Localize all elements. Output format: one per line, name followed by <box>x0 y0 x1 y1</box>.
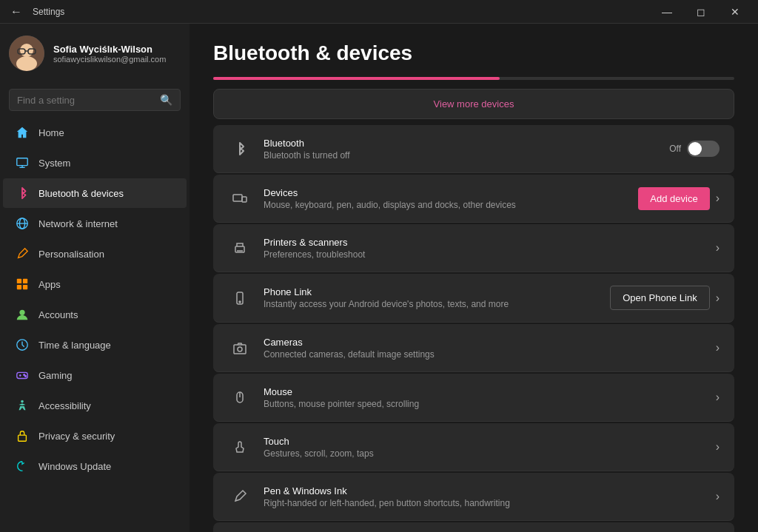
back-button[interactable]: ← <box>6 1 27 22</box>
sidebar-item-accounts[interactable]: Accounts <box>3 300 187 329</box>
settings-item-phone-link[interactable]: Phone LinkInstantly access your Android … <box>213 274 734 323</box>
touch-content: TouchGestures, scroll, zoom, taps <box>264 436 704 459</box>
settings-group-devices: DevicesMouse, keyboard, pen, audio, disp… <box>213 175 734 223</box>
sidebar-item-system[interactable]: System <box>3 148 187 178</box>
sidebar-item-label-privacy: Privacy & security <box>38 431 115 442</box>
time-nav-icon <box>15 337 30 352</box>
search-box[interactable]: 🔍 <box>9 89 181 111</box>
svg-rect-6 <box>17 158 27 166</box>
sidebar-item-privacy[interactable]: Privacy & security <box>3 421 187 451</box>
sidebar-item-label-system: System <box>38 158 70 169</box>
cameras-chevron: › <box>716 341 720 354</box>
settings-item-devices[interactable]: DevicesMouse, keyboard, pen, audio, disp… <box>213 175 734 223</box>
touch-desc: Gestures, scroll, zoom, taps <box>264 448 704 459</box>
touch-chevron: › <box>716 440 720 454</box>
app-title: Settings <box>33 7 64 17</box>
add-device-button[interactable]: Add device <box>638 187 709 210</box>
svg-rect-13 <box>23 279 27 283</box>
settings-group-autoplay: AutoPlayDefaults for removable drives an… <box>213 522 734 532</box>
sidebar-item-network[interactable]: Network & internet <box>3 209 187 238</box>
settings-group-phone-link: Phone LinkInstantly access your Android … <box>213 274 734 323</box>
devices-title: Devices <box>264 187 626 198</box>
page-title: Bluetooth & devices <box>213 41 734 65</box>
bluetooth-toggle-label: Off <box>669 144 681 154</box>
user-profile[interactable]: Sofia Wyciślık-Wilson sofiawycislikwilso… <box>0 24 190 83</box>
mouse-chevron: › <box>716 391 720 404</box>
mouse-desc: Buttons, mouse pointer speed, scrolling <box>264 399 704 409</box>
svg-rect-30 <box>234 345 246 354</box>
sidebar-item-label-network: Network & internet <box>38 218 118 229</box>
back-icon: ← <box>10 5 22 18</box>
sidebar-item-gaming[interactable]: Gaming <box>3 360 187 390</box>
printers-action: › <box>716 241 720 255</box>
privacy-nav-icon <box>15 428 30 443</box>
settings-item-printers[interactable]: Printers & scannersPreferences, troubles… <box>213 224 734 272</box>
svg-rect-25 <box>233 195 242 201</box>
bluetooth-desc: Bluetooth is turned off <box>264 150 657 161</box>
touch-title: Touch <box>264 436 704 447</box>
svg-point-2 <box>16 56 37 71</box>
search-container: 🔍 <box>0 83 190 117</box>
sidebar-item-personalisation[interactable]: Personalisation <box>3 239 187 269</box>
settings-item-touch[interactable]: TouchGestures, scroll, zoom, taps› <box>213 423 734 471</box>
devices-settings-icon <box>228 186 252 210</box>
svg-rect-14 <box>17 285 21 289</box>
windows-update-nav-icon <box>15 459 30 474</box>
phone-link-chevron: › <box>716 292 720 305</box>
sidebar-item-label-time: Time & language <box>38 340 111 351</box>
settings-item-autoplay[interactable]: AutoPlayDefaults for removable drives an… <box>213 522 734 532</box>
sidebar: Sofia Wyciślık-Wilson sofiawycislikwilso… <box>0 24 190 532</box>
sidebar-item-bluetooth[interactable]: Bluetooth & devices <box>3 178 187 208</box>
network-nav-icon <box>15 216 30 231</box>
minimize-button[interactable]: — <box>650 0 684 24</box>
phone-link-action: Open Phone Link› <box>610 286 720 310</box>
svg-rect-26 <box>242 197 246 202</box>
settings-group-cameras: CamerasConnected cameras, default image … <box>213 324 734 372</box>
bluetooth-nav-icon <box>15 186 30 201</box>
cameras-settings-icon <box>228 336 252 360</box>
sidebar-item-time[interactable]: Time & language <box>3 330 187 360</box>
settings-item-mouse[interactable]: MouseButtons, mouse pointer speed, scrol… <box>213 374 734 422</box>
maximize-button[interactable]: ◻ <box>684 0 718 24</box>
open-phone-link-button[interactable]: Open Phone Link <box>610 286 709 310</box>
sidebar-item-label-accounts: Accounts <box>38 309 78 320</box>
settings-item-bluetooth[interactable]: BluetoothBluetooth is turned offOff <box>213 125 734 173</box>
svg-point-31 <box>238 347 242 351</box>
sidebar-item-apps[interactable]: Apps <box>3 269 187 299</box>
pen-settings-icon <box>228 485 252 508</box>
sidebar-item-label-personalisation: Personalisation <box>38 249 104 260</box>
settings-item-cameras[interactable]: CamerasConnected cameras, default image … <box>213 324 734 372</box>
bluetooth-settings-icon <box>228 137 252 161</box>
svg-rect-15 <box>23 285 27 289</box>
sidebar-item-windows-update[interactable]: Windows Update <box>3 451 187 481</box>
progress-bar <box>213 77 734 80</box>
printers-desc: Preferences, troubleshoot <box>264 249 704 260</box>
sidebar-item-label-accessibility: Accessibility <box>38 400 91 411</box>
home-nav-icon <box>15 125 30 140</box>
avatar <box>9 36 44 71</box>
pen-action: › <box>716 490 720 503</box>
view-more-devices-button[interactable]: View more devices <box>213 89 734 119</box>
progress-bar-container <box>190 77 758 89</box>
search-input[interactable] <box>17 95 154 106</box>
sidebar-item-label-windows-update: Windows Update <box>38 461 111 472</box>
window-controls: — ◻ ✕ <box>650 0 752 24</box>
close-button[interactable]: ✕ <box>718 0 752 24</box>
accounts-nav-icon <box>15 307 30 322</box>
app-layout: Sofia Wyciślık-Wilson sofiawycislikwilso… <box>0 24 758 532</box>
search-icon: 🔍 <box>160 94 172 106</box>
titlebar: ← Settings — ◻ ✕ <box>0 0 758 24</box>
settings-item-pen[interactable]: Pen & Windows InkRight-handed or left-ha… <box>213 473 734 521</box>
bluetooth-action: Off <box>669 141 720 157</box>
phone-link-settings-icon <box>228 286 252 310</box>
touch-settings-icon <box>228 435 252 459</box>
svg-point-22 <box>25 375 27 377</box>
phone-link-title: Phone Link <box>264 286 598 297</box>
printers-title: Printers & scanners <box>264 237 704 248</box>
main-content: Bluetooth & devices View more devices Bl… <box>190 24 758 532</box>
sidebar-item-home[interactable]: Home <box>3 118 187 147</box>
bluetooth-toggle[interactable] <box>687 141 720 157</box>
settings-group-pen: Pen & Windows InkRight-handed or left-ha… <box>213 473 734 521</box>
svg-point-16 <box>19 310 24 315</box>
sidebar-item-accessibility[interactable]: Accessibility <box>3 391 187 420</box>
